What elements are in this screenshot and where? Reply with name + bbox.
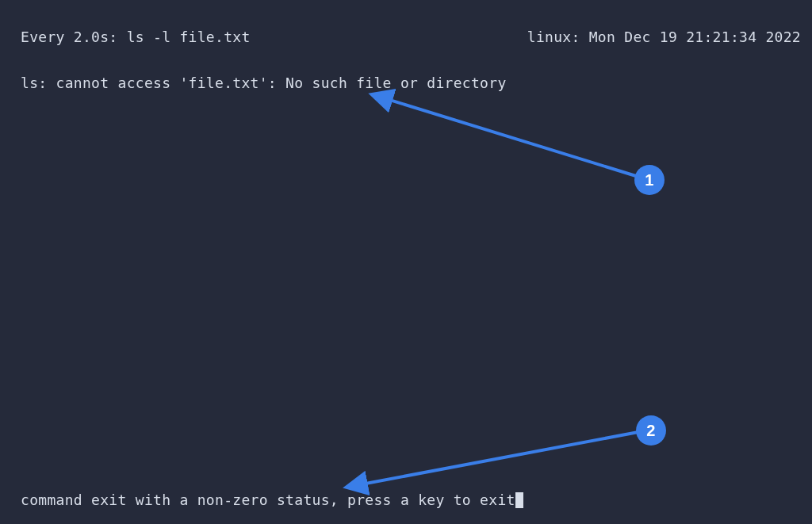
svg-line-0 [374, 95, 636, 176]
exit-status-text: command exit with a non-zero status, pre… [21, 491, 515, 508]
annotation-marker-2: 2 [636, 415, 666, 446]
annotation-number: 2 [646, 422, 655, 440]
annotation-number: 1 [645, 171, 653, 189]
watch-interval-command: Every 2.0s: ls -l file.txt [21, 29, 251, 45]
watch-host-time: linux: Mon Dec 19 21:21:34 2022 [527, 29, 801, 45]
exit-status-message[interactable]: command exit with a non-zero status, pre… [21, 491, 523, 508]
cursor-block [515, 492, 523, 508]
command-output-error: ls: cannot access 'file.txt': No such fi… [21, 75, 507, 91]
svg-line-1 [349, 432, 638, 487]
watch-header: Every 2.0s: ls -l file.txt linux: Mon De… [21, 29, 801, 45]
annotation-marker-1: 1 [634, 165, 665, 195]
